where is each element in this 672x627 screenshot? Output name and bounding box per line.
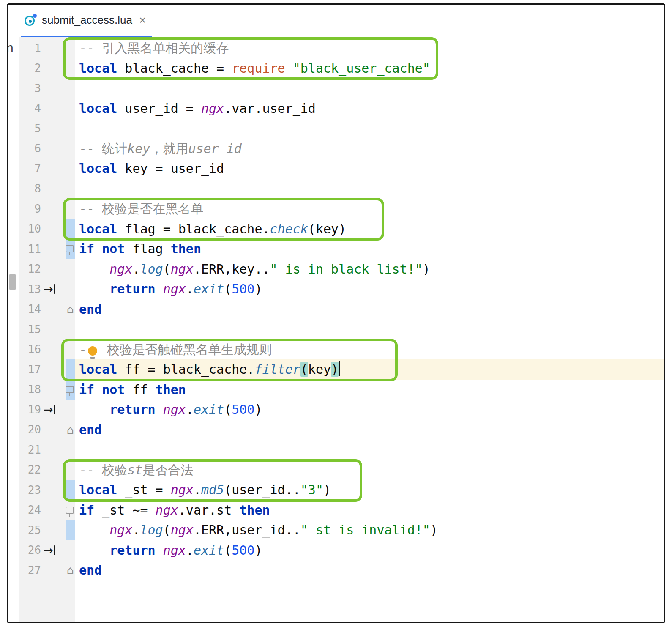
line-number[interactable]: 23 bbox=[19, 484, 41, 496]
tab-submit-access-lua[interactable]: submit_access.lua × bbox=[21, 5, 152, 37]
line-number[interactable]: 5 bbox=[19, 122, 41, 135]
vcs-change-marker[interactable] bbox=[66, 359, 75, 380]
fold-start-marker[interactable] bbox=[66, 386, 74, 393]
clipped-panel-text: n bbox=[8, 41, 14, 55]
line-number[interactable]: 8 bbox=[19, 182, 41, 195]
code-text[interactable]: return ngx.exit(500) bbox=[75, 400, 664, 420]
line-number[interactable]: 9 bbox=[19, 203, 41, 215]
line-number[interactable]: 16 bbox=[19, 343, 41, 356]
line-number[interactable]: 22 bbox=[19, 463, 41, 476]
line-number[interactable]: 4 bbox=[19, 102, 41, 115]
code-text[interactable]: ngx.log(ngx.ERR,key.." is in black list!… bbox=[75, 259, 664, 279]
code-line[interactable]: 19→ return ngx.exit(500) bbox=[8, 400, 664, 420]
line-number[interactable]: 21 bbox=[19, 444, 41, 456]
code-text[interactable]: local user_id = ngx.var.user_id bbox=[75, 99, 664, 119]
code-text[interactable]: ngx.log(ngx.ERR,user_id.." st is invalid… bbox=[75, 520, 664, 540]
line-number[interactable]: 11 bbox=[19, 243, 41, 255]
code-line[interactable]: 21 bbox=[8, 440, 664, 460]
code-text[interactable]: local black_cache = require "black_user_… bbox=[75, 58, 664, 79]
code-text[interactable]: return ngx.exit(500) bbox=[75, 540, 664, 561]
fold-end-marker[interactable]: ⌂ bbox=[67, 304, 74, 315]
code-text[interactable]: return ngx.exit(500) bbox=[75, 279, 664, 299]
code-line[interactable]: 22-- 校验st是否合法 bbox=[8, 460, 664, 480]
tab-indent-marker-icon: → bbox=[44, 545, 55, 556]
vcs-change-marker[interactable] bbox=[66, 520, 75, 540]
code-line[interactable]: 9-- 校验是否在黑名单 bbox=[8, 199, 664, 219]
line-number[interactable]: 25 bbox=[19, 524, 41, 537]
code-text[interactable]: local flag = black_cache.check(key) bbox=[75, 219, 664, 239]
close-tab-icon[interactable]: × bbox=[139, 14, 146, 26]
fold-end-marker[interactable]: ⌂ bbox=[67, 564, 74, 576]
code-text[interactable]: end bbox=[75, 560, 664, 580]
code-text[interactable]: local ff = black_cache.filter(key) bbox=[75, 359, 664, 380]
code-text[interactable]: end bbox=[75, 299, 664, 320]
code-line[interactable]: 11if not flag then bbox=[8, 239, 664, 259]
code-text[interactable]: -- 统计key，就用user_id bbox=[75, 139, 664, 159]
code-line[interactable]: 7local key = user_id bbox=[8, 159, 664, 179]
code-line[interactable]: 14⌂end bbox=[8, 299, 664, 320]
editor-tab-bar: submit_access.lua × bbox=[8, 5, 664, 37]
code-line[interactable]: 16- 校验是否触碰黑名单生成规则 bbox=[8, 340, 664, 360]
openresty-file-icon bbox=[24, 14, 37, 27]
vcs-change-marker[interactable] bbox=[66, 480, 75, 500]
line-number[interactable]: 18 bbox=[19, 383, 41, 396]
code-line[interactable]: 4local user_id = ngx.var.user_id bbox=[8, 99, 664, 119]
code-line[interactable]: 6-- 统计key，就用user_id bbox=[8, 139, 664, 159]
line-number[interactable]: 24 bbox=[19, 504, 41, 516]
fold-start-marker[interactable] bbox=[66, 245, 74, 252]
code-text[interactable]: -- 校验st是否合法 bbox=[75, 460, 664, 480]
line-number[interactable]: 10 bbox=[19, 222, 41, 235]
fold-end-marker[interactable]: ⌂ bbox=[67, 424, 74, 435]
code-line[interactable]: 17local ff = black_cache.filter(key) bbox=[8, 359, 664, 380]
line-number[interactable]: 14 bbox=[19, 303, 41, 315]
line-number[interactable]: 12 bbox=[19, 263, 41, 275]
line-number[interactable]: 17 bbox=[19, 363, 41, 376]
code-line[interactable]: 23local _st = ngx.md5(user_id.."3") bbox=[8, 480, 664, 500]
code-text[interactable]: - 校验是否触碰黑名单生成规则 bbox=[75, 340, 664, 360]
line-number[interactable]: 13 bbox=[19, 283, 41, 296]
code-text[interactable]: if not flag then bbox=[75, 239, 664, 259]
line-number[interactable]: 26 bbox=[19, 544, 41, 556]
code-line[interactable]: 2local black_cache = require "black_user… bbox=[8, 58, 664, 79]
code-text[interactable]: local _st = ngx.md5(user_id.."3") bbox=[75, 480, 664, 500]
code-line[interactable]: 10local flag = black_cache.check(key) bbox=[8, 219, 664, 239]
modified-dot-icon bbox=[33, 14, 37, 18]
line-number[interactable]: 27 bbox=[19, 564, 41, 577]
line-number[interactable]: 20 bbox=[19, 423, 41, 436]
vcs-change-marker[interactable] bbox=[66, 219, 75, 239]
code-line[interactable]: 13→ return ngx.exit(500) bbox=[8, 279, 664, 299]
code-line[interactable]: 12 ngx.log(ngx.ERR,key.." is in black li… bbox=[8, 259, 664, 279]
code-line[interactable]: 3 bbox=[8, 78, 664, 99]
line-number[interactable]: 15 bbox=[19, 323, 41, 336]
code-line[interactable]: 27⌂end bbox=[8, 560, 664, 580]
fold-start-marker[interactable] bbox=[66, 507, 74, 514]
code-text[interactable]: -- 引入黑名单相关的缓存 bbox=[75, 38, 664, 58]
line-number[interactable]: 3 bbox=[19, 82, 41, 95]
code-line[interactable]: 20⌂end bbox=[8, 420, 664, 440]
line-number[interactable]: 19 bbox=[19, 403, 41, 416]
code-line[interactable]: 5 bbox=[8, 118, 664, 139]
tab-indent-marker-icon: → bbox=[44, 404, 55, 415]
code-text[interactable]: end bbox=[75, 420, 664, 440]
code-line[interactable]: 24if _st ~= ngx.var.st then bbox=[8, 500, 664, 520]
line-number[interactable]: 6 bbox=[19, 142, 41, 155]
intention-bulb-icon[interactable] bbox=[88, 346, 97, 356]
code-text[interactable]: -- 校验是否在黑名单 bbox=[75, 199, 664, 219]
line-number[interactable]: 7 bbox=[19, 162, 41, 175]
code-line[interactable]: 15 bbox=[8, 319, 664, 340]
panel-scrollbar-thumb[interactable] bbox=[9, 274, 16, 290]
code-line[interactable]: 1-- 引入黑名单相关的缓存 bbox=[8, 38, 664, 58]
code-line[interactable]: 18if not ff then bbox=[8, 380, 664, 400]
text-caret bbox=[339, 361, 340, 376]
code-text[interactable]: if _st ~= ngx.var.st then bbox=[75, 500, 664, 520]
code-text[interactable]: if not ff then bbox=[75, 380, 664, 400]
line-number[interactable]: 1 bbox=[19, 42, 41, 55]
line-number[interactable]: 2 bbox=[19, 62, 41, 74]
code-editor: n 1-- 引入黑名单相关的缓存2local black_cache = req… bbox=[8, 37, 664, 622]
tab-indent-marker-icon: → bbox=[44, 283, 55, 295]
code-line[interactable]: 8 bbox=[8, 179, 664, 199]
code-line[interactable]: 26→ return ngx.exit(500) bbox=[8, 540, 664, 561]
code-line[interactable]: 25 ngx.log(ngx.ERR,user_id.." st is inva… bbox=[8, 520, 664, 540]
ide-window: submit_access.lua × n 1-- 引入黑名单相关的缓存2loc… bbox=[7, 3, 665, 623]
code-text[interactable]: local key = user_id bbox=[75, 159, 664, 179]
